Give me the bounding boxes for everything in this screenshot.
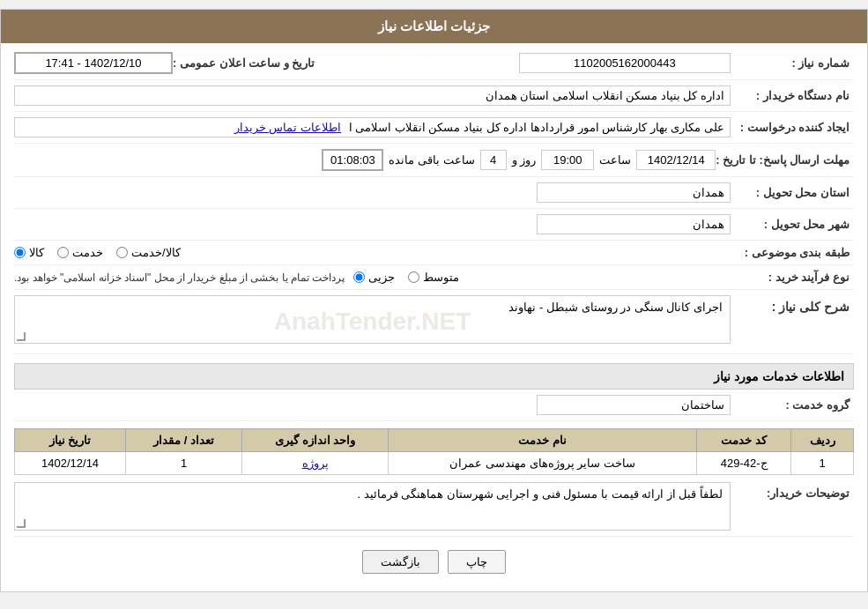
button-row: چاپ بازگشت [14, 550, 854, 574]
buyer-org-value: اداره کل بنیاد مسکن انقلاب اسلامی استان … [14, 85, 731, 106]
announcement-date-value: 1402/12/10 - 17:41 [14, 52, 173, 74]
deadline-date: 1402/12/14 [636, 150, 716, 170]
col-header-date: تاریخ نیاز [15, 429, 126, 452]
cell-code: ج-42-429 [696, 452, 790, 475]
category-radio-1[interactable] [14, 247, 26, 258]
buyer-org-row: نام دستگاه خریدار : اداره کل بنیاد مسکن … [14, 85, 854, 112]
print-button[interactable]: چاپ [448, 550, 506, 574]
service-group-label: گروه خدمت : [731, 398, 854, 412]
process-label-1: جزیی [368, 271, 395, 284]
requester-value: علی مکاری بهار کارشناس امور قراردادها اد… [14, 117, 731, 137]
category-radio-3[interactable] [116, 247, 128, 258]
cell-date: 1402/12/14 [15, 452, 126, 475]
deadline-row: مهلت ارسال پاسخ: تا تاریخ : 1402/12/14 س… [14, 149, 854, 177]
service-group-value: ساختمان [537, 395, 731, 415]
province-row: استان محل تحویل : همدان [14, 182, 854, 209]
process-option-1: جزیی [353, 271, 395, 284]
page-container: جزئیات اطلاعات نیاز شماره نیاز : 1102005… [0, 9, 868, 592]
cell-qty: 1 [126, 452, 242, 475]
announcement-date-label: تاریخ و ساعت اعلان عمومی : [173, 56, 319, 70]
buyer-org-label: نام دستگاه خریدار : [731, 89, 854, 102]
need-number-row: شماره نیاز : 1102005162000443 تاریخ و سا… [14, 52, 854, 80]
services-table: ردیف کد خدمت نام خدمت واحد اندازه گیری ت… [14, 428, 854, 475]
process-option-2: متوسط [408, 271, 459, 284]
requester-contact-link[interactable]: اطلاعات تماس خریدار [234, 121, 341, 134]
col-header-row: ردیف [791, 429, 854, 452]
content-area: شماره نیاز : 1102005162000443 تاریخ و سا… [1, 43, 867, 591]
city-value: همدان [537, 214, 731, 234]
service-group-row: گروه خدمت : ساختمان [14, 395, 854, 421]
need-number-value: 1102005162000443 [519, 53, 731, 73]
buyer-notes-label: توضیحات خریدار: [731, 482, 854, 500]
page-title: جزئیات اطلاعات نیاز [378, 19, 490, 33]
category-row: طبقه بندی موضوعی : کالا/خدمت خدمت کالا [14, 246, 854, 265]
need-number-label: شماره نیاز : [731, 56, 854, 70]
table-row: 1 ج-42-429 ساخت سایر پروژه‌های مهندسی عم… [15, 452, 854, 475]
buyer-notes-value: لطفاً قبل از ارائه قیمت با مسئول فنی و ا… [14, 482, 731, 531]
col-header-unit: واحد اندازه گیری [242, 429, 389, 452]
process-description: پرداخت تمام یا بخشی از مبلغ خریدار از مح… [14, 271, 345, 284]
cell-name: ساخت سایر پروژه‌های مهندسی عمران [389, 452, 697, 475]
page-header: جزئیات اطلاعات نیاز [1, 10, 867, 43]
category-option-2: خدمت [57, 246, 103, 259]
process-row: نوع فرآیند خرید : پرداخت تمام یا بخشی از… [14, 271, 854, 290]
category-label-3: کالا/خدمت [131, 246, 181, 259]
cell-row: 1 [791, 452, 854, 475]
back-button[interactable]: بازگشت [362, 550, 439, 574]
description-row: شرح کلی نیاز : اجرای کانال سنگی در روستا… [14, 295, 854, 354]
cell-unit: پروژه [242, 452, 389, 475]
process-label-2: متوسط [423, 271, 459, 284]
deadline-time: 19:00 [541, 150, 594, 170]
deadline-days: 4 [480, 150, 507, 170]
remaining-label: ساعت باقی مانده [389, 153, 474, 167]
day-label: روز و [512, 153, 537, 167]
description-label: شرح کلی نیاز : [731, 295, 854, 314]
process-label: نوع فرآیند خرید : [731, 271, 854, 284]
time-label: ساعت [599, 153, 631, 167]
category-label-2: خدمت [72, 246, 103, 259]
col-header-code: کد خدمت [696, 429, 790, 452]
category-label: طبقه بندی موضوعی : [731, 246, 854, 259]
category-option-3: کالا/خدمت [116, 246, 181, 259]
category-radio-group: کالا/خدمت خدمت کالا [14, 246, 731, 259]
category-label-1: کالا [29, 246, 44, 259]
province-value: همدان [537, 182, 731, 203]
services-table-container: ردیف کد خدمت نام خدمت واحد اندازه گیری ت… [14, 428, 854, 475]
category-option-1: کالا [14, 246, 44, 259]
remaining-time: 01:08:03 [322, 149, 383, 171]
city-label: شهر محل تحویل : [731, 218, 854, 231]
process-radio-2[interactable] [408, 271, 419, 283]
requester-text: علی مکاری بهار کارشناس امور قراردادها اد… [349, 121, 724, 134]
requester-label: ایجاد کننده درخواست : [731, 121, 854, 134]
notes-resize-handle [17, 519, 26, 528]
province-label: استان محل تحویل : [731, 186, 854, 199]
description-value: اجرای کانال سنگی در روستای شبطل - نهاوند [14, 295, 731, 344]
process-radio-1[interactable] [353, 271, 365, 283]
requester-row: ایجاد کننده درخواست : علی مکاری بهار کار… [14, 117, 854, 144]
category-radio-2[interactable] [57, 247, 69, 258]
deadline-label: مهلت ارسال پاسخ: تا تاریخ : [716, 153, 854, 167]
resize-handle [17, 332, 26, 341]
services-section-header: اطلاعات خدمات مورد نیاز [14, 363, 854, 390]
buyer-notes-row: توضیحات خریدار: لطفاً قبل از ارائه قیمت … [14, 482, 854, 537]
city-row: شهر محل تحویل : همدان [14, 214, 854, 241]
col-header-name: نام خدمت [389, 429, 697, 452]
col-header-qty: تعداد / مقدار [126, 429, 242, 452]
